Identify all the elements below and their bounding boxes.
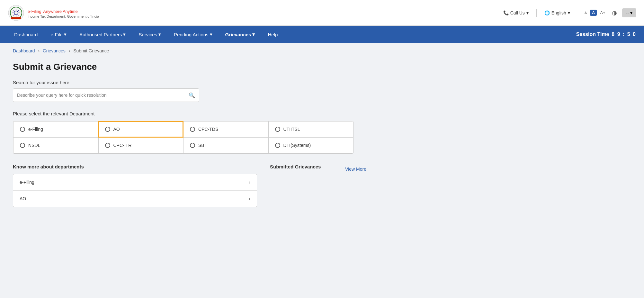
view-more-link[interactable]: View More (345, 167, 366, 172)
logo: e-Filing Anywhere Anytime Income Tax Dep… (8, 5, 99, 21)
call-us-chevron-icon: ▾ (526, 10, 529, 15)
chevron-right-ao-icon: › (249, 196, 250, 202)
efile-chevron-icon: ▾ (64, 32, 67, 37)
breadcrumb-sep-1: › (38, 48, 40, 53)
grievances-chevron-icon: ▾ (252, 32, 255, 37)
logo-tagline: Anywhere Anytime (43, 9, 78, 14)
logo-efiling-main: e-Filing (28, 9, 41, 14)
submitted-header: Submitted Grievances View More (270, 164, 366, 174)
logo-text: e-Filing Anywhere Anytime Income Tax Dep… (28, 7, 99, 18)
nav-dashboard[interactable]: Dashboard (8, 26, 44, 43)
nav-pending-actions[interactable]: Pending Actions ▾ (167, 26, 219, 43)
user-menu-label: -- (626, 10, 629, 15)
font-large-button[interactable]: A+ (599, 10, 606, 16)
search-input[interactable] (17, 89, 189, 102)
main-content: Submit a Grievance Search for your issue… (0, 59, 644, 220)
search-icon: 🔍 (189, 92, 195, 98)
svg-rect-11 (11, 17, 21, 19)
know-more-list: e-Filing › AO › (13, 174, 257, 207)
divider-2 (578, 9, 578, 17)
font-normal-button[interactable]: A (590, 10, 597, 16)
radio-nsdl[interactable] (20, 143, 25, 148)
header: e-Filing Anywhere Anytime Income Tax Dep… (0, 0, 644, 26)
header-controls: 📞 Call Us ▾ 🌐 English ▾ A A A+ ◑ -- ▾ (501, 8, 636, 17)
font-size-controls: A A A+ (583, 10, 607, 16)
pending-chevron-icon: ▾ (210, 32, 212, 37)
chevron-right-efiling-icon: › (249, 179, 250, 185)
emblem-icon (8, 5, 24, 21)
nav-authorised-partners[interactable]: Authorised Partners ▾ (73, 26, 132, 43)
breadcrumb-dashboard[interactable]: Dashboard (13, 48, 35, 53)
language-chevron-icon: ▾ (568, 10, 570, 15)
divider-1 (536, 9, 537, 17)
radio-utiitsl[interactable] (275, 127, 280, 132)
radio-sbi[interactable] (190, 143, 195, 148)
dept-cpc-itr[interactable]: CPC-ITR (98, 137, 183, 153)
nav-help[interactable]: Help (261, 26, 284, 43)
font-small-button[interactable]: A (583, 10, 588, 15)
dept-cpc-tds[interactable]: CPC-TDS (183, 121, 268, 137)
nav-services[interactable]: Services ▾ (132, 26, 167, 43)
logo-subtitle: Income Tax Department, Government of Ind… (28, 14, 99, 18)
nav-efile[interactable]: e-File ▾ (44, 26, 73, 43)
language-button[interactable]: 🌐 English ▾ (542, 9, 573, 17)
globe-icon: 🌐 (544, 10, 550, 15)
page-title: Submit a Grievance (13, 62, 631, 72)
radio-cpc-tds[interactable] (190, 127, 195, 132)
bottom-section: Know more about departments e-Filing › A… (13, 164, 631, 207)
nav-items: Dashboard e-File ▾ Authorised Partners ▾… (8, 26, 284, 43)
radio-ao[interactable] (105, 127, 110, 132)
dept-dit-systems[interactable]: DIT(Systems) (268, 137, 353, 153)
nav-grievances[interactable]: Grievances ▾ (219, 26, 262, 43)
services-chevron-icon: ▾ (158, 32, 161, 37)
submitted-grievances-heading: Submitted Grievances (270, 164, 321, 169)
breadcrumb-grievances[interactable]: Grievances (43, 48, 66, 53)
contrast-button[interactable]: ◑ (612, 9, 617, 16)
user-menu-chevron-icon: ▾ (630, 10, 632, 15)
know-more-heading: Know more about departments (13, 164, 257, 169)
search-label: Search for your issue here (13, 80, 631, 85)
department-grid: e-Filing AO CPC-TDS UTIITSL NSDL CPC-ITR… (13, 121, 353, 154)
radio-dit-systems[interactable] (275, 143, 280, 148)
dept-efiling[interactable]: e-Filing (13, 121, 98, 137)
search-bar: 🔍 (13, 88, 199, 102)
partners-chevron-icon: ▾ (123, 32, 126, 37)
user-menu-button[interactable]: -- ▾ (622, 8, 636, 17)
breadcrumb: Dashboard › Grievances › Submit Grievanc… (0, 43, 644, 59)
dept-sbi[interactable]: SBI (183, 137, 268, 153)
call-us-button[interactable]: 📞 Call Us ▾ (501, 9, 531, 17)
know-more-efiling[interactable]: e-Filing › (13, 174, 257, 191)
dept-section-label: Please select the relevant Department (13, 111, 631, 116)
dept-ao[interactable]: AO (98, 121, 183, 137)
dept-utiitsl[interactable]: UTIITSL (268, 121, 353, 137)
radio-cpc-itr[interactable] (105, 143, 110, 148)
breadcrumb-sep-2: › (69, 48, 70, 53)
phone-icon: 📞 (503, 10, 509, 15)
submitted-grievances-section: Submitted Grievances View More (270, 164, 366, 207)
know-more-ao[interactable]: AO › (13, 191, 257, 207)
session-time: Session Time 8 9 : 5 0 (576, 32, 636, 37)
navbar: Dashboard e-File ▾ Authorised Partners ▾… (0, 26, 644, 43)
dept-nsdl[interactable]: NSDL (13, 137, 98, 153)
know-more-section: Know more about departments e-Filing › A… (13, 164, 257, 207)
radio-efiling[interactable] (20, 127, 25, 132)
breadcrumb-current: Submit Grievance (73, 48, 109, 53)
